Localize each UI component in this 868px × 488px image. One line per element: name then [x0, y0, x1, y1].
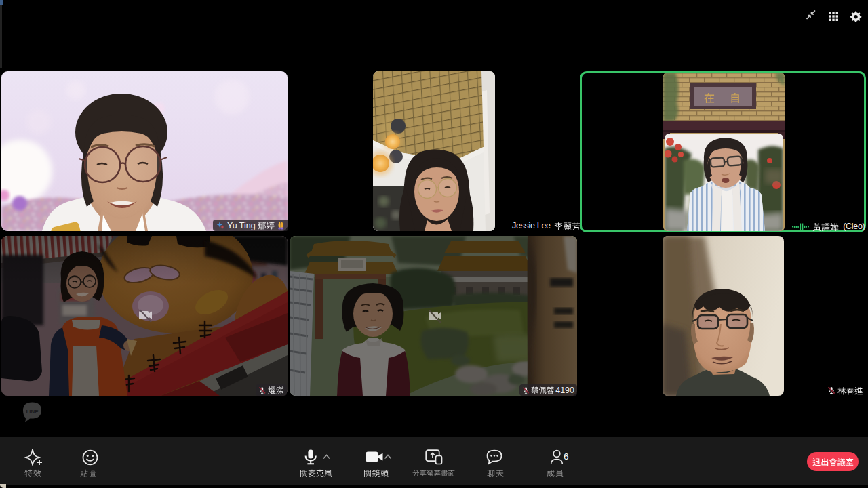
- svg-text:LINE: LINE: [26, 409, 39, 415]
